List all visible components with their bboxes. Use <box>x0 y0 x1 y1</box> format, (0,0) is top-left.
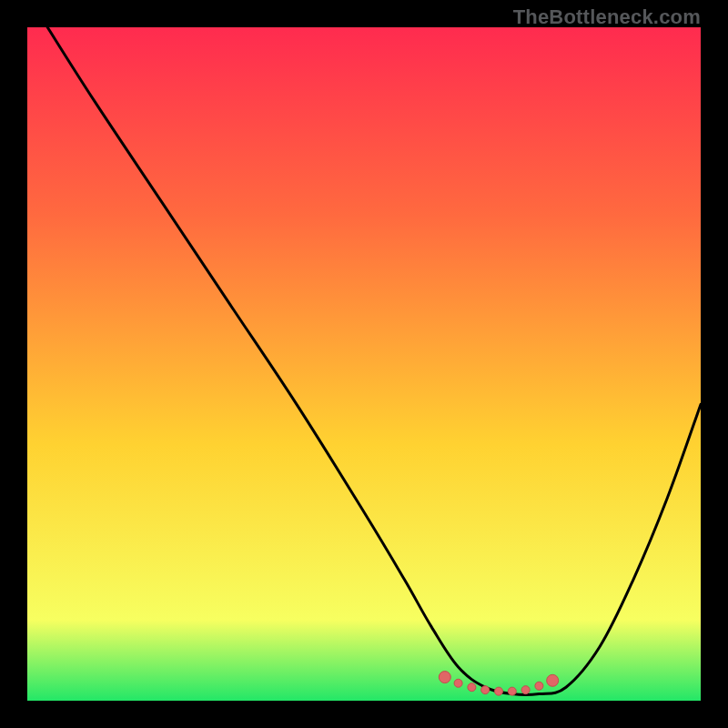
optimal-marker <box>521 686 530 694</box>
optimal-markers <box>439 672 558 696</box>
optimal-marker <box>454 679 462 687</box>
optimal-marker <box>508 687 516 695</box>
optimal-marker <box>535 682 543 690</box>
optimal-marker <box>495 687 503 695</box>
optimal-marker <box>547 674 559 686</box>
optimal-marker <box>481 686 490 694</box>
bottleneck-curve <box>47 27 701 695</box>
chart-svg <box>27 27 701 701</box>
optimal-marker <box>439 672 450 683</box>
chart-frame <box>27 27 701 701</box>
optimal-marker <box>468 683 476 692</box>
watermark-text: TheBottleneck.com <box>513 5 701 29</box>
